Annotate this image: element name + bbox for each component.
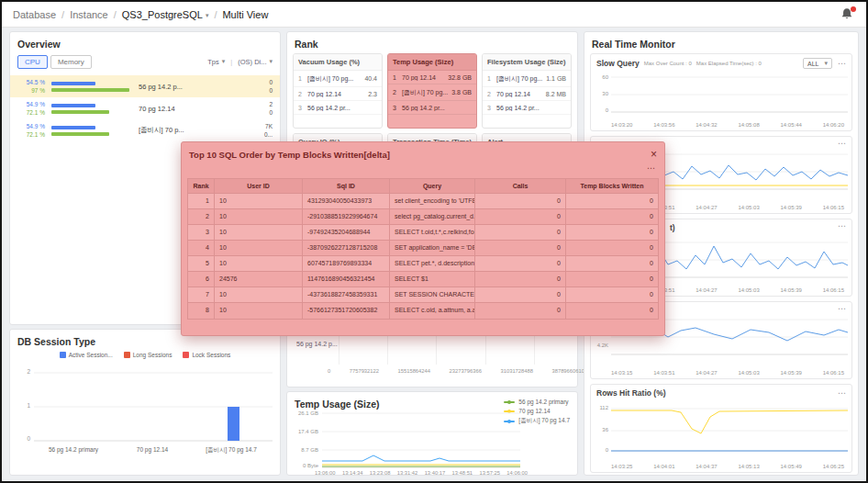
percent-labels: 54.9 % 72.1 % (17, 123, 45, 138)
cell-rank: 4 (188, 241, 215, 256)
x-axis-tick: 14:03:51 (653, 370, 674, 376)
table-row[interactable]: 210-2910388519229964674select pg_catalog… (188, 209, 658, 225)
cpu-bar (51, 104, 95, 107)
memory-toggle-button[interactable]: Memory (50, 55, 92, 69)
x-axis-tick: 14:06:15 (823, 205, 844, 210)
instance-row[interactable]: 54.9 % 72.1 % 70 pg 12.14 2 0 (10, 97, 280, 119)
x-axis-tick: 13:48:51 (452, 470, 473, 476)
slow-query-chart: 60 30 0 (611, 74, 844, 113)
top10-sql-dialog: Top 10 SQL Order by Temp Blocks Written[… (181, 141, 665, 336)
metric-values: 7K 0... (249, 123, 273, 138)
y-axis-tick: 112 (599, 405, 611, 410)
table-row[interactable]: 510607457189769893334SELECT pet.*, d.des… (188, 256, 658, 272)
cell-calls: 0 (475, 272, 566, 287)
sql-table: Rank User ID Sql ID Query Calls Temp Blo… (187, 178, 659, 320)
rank-row[interactable]: 2[좀비시] 70 pg...3.8 GB (388, 84, 476, 101)
slow-query-card: Slow Query Max Over Count : 0 Max Elapse… (590, 53, 852, 131)
rank-position: 1 (393, 74, 402, 81)
instance-row[interactable]: 54.5 % 97 % 56 pg 14.2 p... 0 0 (10, 75, 280, 97)
card-menu-button[interactable]: ⋯ (838, 60, 846, 68)
cell-sql-id: -2910388519229964674 (303, 209, 390, 225)
cell-rank: 8 (188, 303, 215, 319)
rank-row[interactable]: 270 pg 12.142.3 (294, 87, 382, 101)
tps-dropdown-label: Tps (207, 58, 219, 66)
table-row[interactable]: 410-3870926227128715208SET application_n… (188, 241, 658, 256)
breadcrumb-multi-view[interactable]: Multi View (222, 9, 268, 20)
rank-row[interactable]: 356 pg 14.2 pr... (388, 101, 476, 115)
dialog-menu-button[interactable]: ⋯ (182, 163, 664, 178)
os-disk-dropdown[interactable]: (OS) Di...▾ (238, 58, 273, 66)
rows-hit-ratio-chart: 112 36 0 (611, 405, 844, 453)
rank-cards-row1: Vacuum Usage (%) 1[좀비시] 70 pg...40.4 270… (287, 53, 577, 129)
active-sessions-bar[interactable] (228, 407, 239, 441)
cell-query: SELECT $1 (390, 272, 475, 287)
table-row[interactable]: 710-4373618827458359331SET SESSION CHARA… (188, 287, 658, 303)
instance-name: 56 pg 14.2 pr... (496, 105, 563, 111)
x-axis-tick: 0 (328, 368, 330, 374)
line-chart-plot (611, 74, 848, 113)
y-axis-tick: 4.2K (597, 343, 611, 348)
rank-position: 1 (298, 75, 307, 82)
table-row[interactable]: 810-5766127351720605382SELECT c.oid, a.a… (188, 303, 658, 319)
divider: | (230, 58, 232, 66)
breadcrumb-instance-selector[interactable]: QS3_PostgreSQL▾ (122, 9, 209, 20)
cell-calls: 0 (475, 303, 566, 319)
card-menu-button[interactable]: ⋯ (838, 222, 846, 230)
cell-sql-id: -4373618827458359331 (303, 287, 390, 303)
cell-user-id: 10 (215, 287, 303, 303)
legend-item-active-sessions[interactable]: Active Session... (60, 352, 113, 358)
legend-item[interactable]: 56 pg 14.2 primary (504, 399, 570, 405)
legend-item-lock-sessions[interactable]: Lock Sessions (183, 352, 230, 358)
table-row[interactable]: 310-97492435204688944SELECT t.oid,t.*,c.… (188, 225, 658, 241)
rows-hit-ratio-header: Rows Hit Ratio (%) ⋯ (591, 385, 851, 398)
db-session-legend: Active Session... Long Sessions Lock Ses… (10, 352, 280, 358)
rank-value: 40.4 (364, 75, 377, 82)
notification-bell-button[interactable] (840, 7, 855, 22)
table-row[interactable]: 110431293040050433973set client_encoding… (188, 194, 658, 209)
x-axis-tick: 14:03:56 (653, 122, 674, 128)
close-button[interactable]: × (651, 149, 657, 160)
legend-swatch (60, 352, 66, 358)
slow-query-filter-select[interactable]: ALL▾ (803, 58, 832, 69)
rank-row[interactable]: 170 pg 12.1432.8 GB (388, 71, 476, 84)
x-axis-tick: 14:04:01 (653, 464, 674, 469)
chevron-down-icon: ▾ (222, 58, 226, 64)
legend-swatch (124, 352, 130, 358)
rank-card-temp-usage[interactable]: Temp Usage (Size) 170 pg 12.1432.8 GB 2[… (387, 53, 477, 129)
metric-values: 2 0 (249, 101, 273, 116)
rank-value: 3.8 GB (451, 89, 472, 95)
usage-bars (51, 126, 132, 136)
rank-title: Rank (287, 32, 577, 53)
breadcrumb-instance[interactable]: Instance (70, 9, 108, 20)
cell-rank: 3 (188, 225, 215, 241)
rank-row[interactable]: 1[좀비시] 70 pg...40.4 (294, 71, 382, 87)
cell-temp-blocks: 0 (566, 225, 658, 241)
rank-card-vacuum-usage[interactable]: Vacuum Usage (%) 1[좀비시] 70 pg...40.4 270… (293, 53, 383, 129)
rank-card-filesystem-usage[interactable]: Filesystem Usage (Size) 1[좀비시] 70 pg...1… (482, 53, 572, 129)
x-axis-tick: 14:05:08 (738, 122, 759, 128)
tps-dropdown[interactable]: Tps▾ (207, 58, 225, 66)
x-axis-tick: 70 pg 12.14 (113, 446, 192, 455)
cell-rank: 5 (188, 256, 215, 272)
table-row[interactable]: 6245761147616890456321454SELECT $100 (188, 272, 658, 287)
x-axis-labels: 14:03:20 14:03:56 14:04:32 14:05:08 14:0… (611, 122, 844, 128)
usage-bars (51, 104, 132, 114)
rank-row[interactable]: 270 pg 12.148.2 MB (483, 87, 571, 101)
rank-row[interactable]: 356 pg 14.2 pr... (294, 101, 382, 115)
cpu-toggle-button[interactable]: CPU (17, 55, 48, 69)
memory-bar (51, 132, 109, 136)
rank-row[interactable]: 356 pg 14.2 pr... (483, 101, 571, 115)
card-menu-button[interactable]: ⋯ (838, 305, 846, 313)
rank-position: 2 (298, 91, 307, 97)
cell-rank: 1 (188, 194, 215, 209)
memory-percent: 97 % (31, 87, 45, 94)
cell-calls: 0 (475, 256, 566, 272)
card-menu-button[interactable]: ⋯ (838, 389, 846, 398)
percent-labels: 54.5 % 97 % (17, 79, 45, 94)
card-menu-button[interactable]: ⋯ (838, 140, 846, 148)
rank-row[interactable]: 1[좀비시] 70 pg...1.1 GB (483, 71, 571, 87)
x-axis-tick: 14:05:39 (781, 205, 802, 210)
breadcrumb-database[interactable]: Database (13, 9, 56, 20)
legend-item-long-sessions[interactable]: Long Sessions (124, 352, 172, 358)
instance-row[interactable]: 54.9 % 72.1 % [좀비시] 70 p... 7K 0... (10, 119, 280, 141)
